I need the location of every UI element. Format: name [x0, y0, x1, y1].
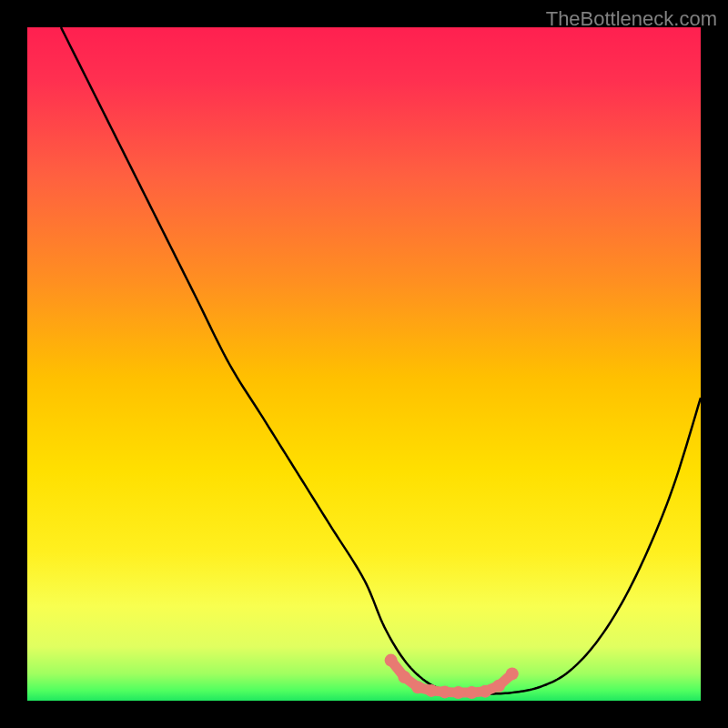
sweet-spot-marker — [439, 685, 451, 698]
chart-svg — [27, 27, 701, 701]
watermark-text: TheBottleneck.com — [546, 7, 717, 31]
sweet-spot-marker — [479, 685, 491, 698]
chart-container: TheBottleneck.com — [0, 0, 728, 728]
sweet-spot-marker — [506, 667, 519, 680]
sweet-spot-marker — [411, 681, 424, 693]
plot-area — [27, 27, 701, 701]
sweet-spot-marker — [425, 684, 438, 697]
sweet-spot-marker — [452, 686, 465, 699]
sweet-spot-marker — [492, 680, 505, 693]
gradient-background — [27, 27, 701, 701]
sweet-spot-marker — [385, 654, 398, 667]
sweet-spot-marker — [465, 686, 478, 699]
sweet-spot-marker — [398, 671, 410, 683]
